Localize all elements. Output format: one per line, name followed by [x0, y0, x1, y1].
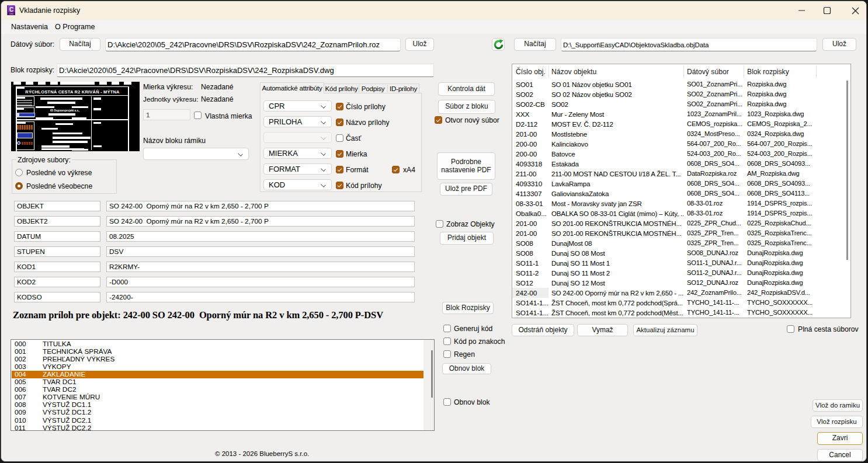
svg-text:CSD: CSD — [9, 13, 14, 15]
svg-text:C: C — [9, 6, 13, 13]
